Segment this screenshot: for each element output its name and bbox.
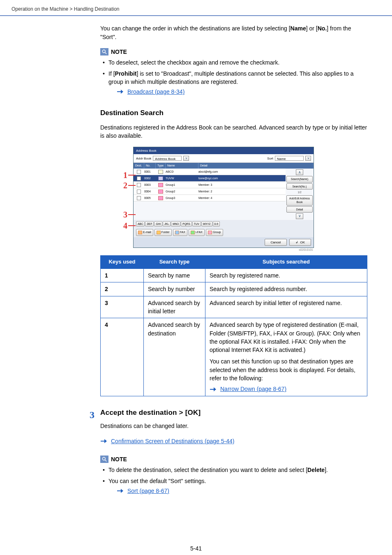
alpha-key[interactable]: GHI (154, 221, 162, 227)
ok-button[interactable]: ↲OK (289, 239, 311, 246)
note-block-2: NOTE To delete the destination, select t… (100, 455, 367, 495)
alpha-key[interactable]: MNO (171, 221, 180, 227)
sort-label: Sort (267, 156, 273, 161)
screenshot-stamp: s02010101 (133, 248, 314, 252)
fax-icon (175, 231, 179, 234)
callouts: 1 2 3 4 (121, 169, 136, 232)
table-row[interactable]: 0003 Group1 Member: 3 (134, 182, 286, 188)
note2-list: To delete the destination, select the de… (100, 466, 367, 495)
intro-text-a: You can change the order in which the de… (100, 25, 291, 32)
callout-3: 3 (121, 209, 127, 221)
detail-button[interactable]: Detail (286, 206, 313, 213)
group-filter[interactable]: Group (206, 229, 223, 236)
note2-bullet1: To delete the destination, select the de… (102, 466, 367, 474)
address-book-screenshot: 1 2 3 4 Address Book Addr Book Address B… (133, 147, 314, 252)
dest-search-para: Destinations registered in the Address B… (100, 123, 367, 140)
cell-search-type: Advanced search by initial letter (144, 296, 205, 318)
cell-subject: Advanced search by initial letter of reg… (205, 296, 367, 318)
alpha-key[interactable]: DEF (145, 221, 154, 227)
checkbox-checked[interactable] (137, 176, 141, 180)
scroll-up-button[interactable]: ∧ (296, 169, 303, 175)
cell-search-type: Advanced search by destination (144, 318, 205, 396)
breadcrumb: Operation on the Machine > Handling Dest… (0, 0, 392, 16)
alpha-key[interactable]: 0-9 (213, 221, 220, 227)
panel: Address Book Addr Book Address Book ⋎ So… (133, 147, 314, 248)
table-row[interactable]: 0002 TUVW tuvw@xyz.com (134, 175, 286, 182)
note-icon (100, 456, 108, 463)
step-number: 3 (85, 408, 95, 422)
checkbox[interactable] (137, 196, 141, 200)
th-search-type: Search type (144, 256, 205, 269)
note-head: NOTE (100, 455, 127, 463)
broadcast-link[interactable]: Broadcast (page 8-34) (127, 88, 184, 96)
group-icon (158, 183, 163, 187)
step-link-line: Confirmation Screen of Destinations (pag… (100, 437, 367, 445)
note-icon (100, 48, 108, 56)
step-para: Destinations can be changed later. (100, 422, 367, 430)
sort-dropdown[interactable]: ⋎ (305, 156, 311, 161)
scroll-down-button[interactable]: ∨ (296, 213, 303, 219)
cell-subject: Search by registered address number. (205, 282, 367, 296)
narrow-down-link[interactable]: Narrow Down (page 8-67) (220, 385, 286, 393)
group-icon (208, 231, 212, 234)
checkbox[interactable] (137, 190, 141, 194)
checkbox[interactable] (137, 170, 141, 174)
th-keys: Keys used (101, 256, 144, 269)
search-no-button[interactable]: Search(No.) (286, 183, 313, 190)
panel-rows: 0001 ABCD abcd@efg.com 0002 TUVW tuvw@xy… (134, 169, 286, 220)
table-row[interactable]: 0004 Group2 Member: 2 (134, 188, 286, 195)
addr-dropdown[interactable]: ⋎ (183, 156, 189, 161)
callout-4: 4 (121, 220, 127, 232)
table-row[interactable]: 0005 Group3 Member: 4 (134, 195, 286, 201)
intro-text-b: ] or [ (306, 25, 318, 32)
filter-row: E-mail Folder FAX i-FAX Group (134, 228, 314, 237)
folder-filter[interactable]: Folder (154, 229, 172, 236)
mail-icon (138, 231, 142, 234)
step-title: Accept the destination > [OK] (100, 408, 367, 418)
alpha-key[interactable]: ABC (136, 221, 145, 227)
note-head: NOTE (100, 48, 127, 56)
cell-subject: Advanced search by type of registered de… (205, 318, 367, 396)
search-name-button[interactable]: Search(Name) (286, 176, 313, 182)
svg-line-9 (105, 460, 106, 461)
table-row[interactable]: 0001 ABCD abcd@efg.com (134, 169, 286, 175)
fax-filter[interactable]: FAX (173, 229, 187, 236)
note2-link-line: Sort (page 8-67) (108, 487, 367, 495)
email-filter[interactable]: E-mail (136, 229, 153, 236)
page-number: 5-41 (0, 544, 392, 553)
svg-marker-7 (104, 439, 107, 443)
edit-address-book-button[interactable]: Add/Edit Address Book (286, 195, 313, 206)
page-indicator: 1/2 (286, 190, 313, 194)
sort-field[interactable]: Name (275, 156, 304, 161)
alpha-key[interactable]: WXYZ (201, 221, 212, 227)
panel-side: ∧ Search(Name) Search(No.) 1/2 Add/Edit … (286, 169, 314, 220)
panel-footer: Cancel ↲OK (134, 237, 314, 248)
addr-field[interactable]: Address Book (153, 156, 182, 161)
step-3: 3 Accept the destination > [OK] Destinat… (85, 408, 367, 507)
ifax-filter[interactable]: i-FAX (189, 229, 205, 236)
checkbox[interactable] (137, 183, 141, 187)
cancel-button[interactable]: Cancel (265, 239, 287, 246)
cell-key: 1 (101, 269, 144, 282)
alpha-key[interactable]: TUV (192, 221, 201, 227)
note2-bullet2: You can set the default "Sort" settings.… (102, 477, 367, 495)
cell-search-type: Search by number (144, 282, 205, 296)
th-subjects: Subjects searched (205, 256, 367, 269)
note1-bullet1: To deselect, select the checkbox again a… (102, 58, 367, 67)
group-icon (158, 196, 163, 200)
sort-link[interactable]: Sort (page 8-67) (127, 487, 169, 495)
arrow-icon (210, 387, 216, 392)
smb-icon (158, 176, 163, 180)
note1-link-line: Broadcast (page 8-34) (108, 88, 367, 96)
panel-title: Address Book (134, 147, 314, 155)
folder-icon (157, 231, 161, 234)
main-content: You can change the order in which the de… (0, 16, 392, 524)
cell-key: 2 (101, 282, 144, 296)
note-block-1: NOTE To deselect, select the checkbox ag… (100, 48, 367, 96)
cell-key: 3 (101, 296, 144, 318)
intro-name: Name (291, 25, 306, 32)
alpha-key[interactable]: JKL (163, 221, 171, 227)
confirmation-screen-link[interactable]: Confirmation Screen of Destinations (pag… (111, 437, 234, 445)
note1-bullet2: If [Prohibit] is set to "Broadcast", mul… (102, 69, 367, 96)
alpha-key[interactable]: PQRS (181, 221, 191, 227)
